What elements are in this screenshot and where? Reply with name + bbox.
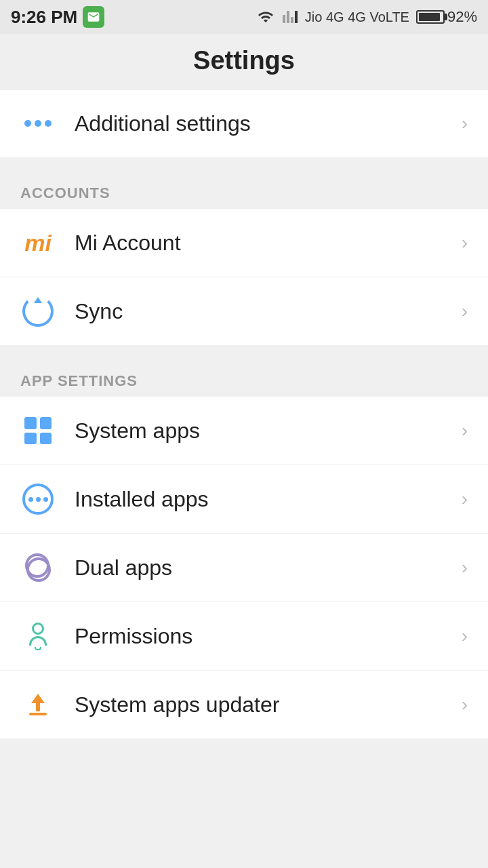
battery-area: 92%	[416, 8, 477, 26]
battery-percent: 92%	[447, 8, 477, 26]
installed-apps-row[interactable]: Installed apps ›	[0, 465, 488, 534]
status-icons: Jio 4G 4G VoLTE 92%	[256, 8, 477, 26]
divider-app-settings	[0, 345, 488, 357]
battery-bar	[416, 10, 445, 24]
sync-row[interactable]: Sync ›	[0, 277, 488, 345]
dual-apps-icon-container	[20, 550, 56, 585]
sync-icon-container	[20, 294, 56, 329]
installed-apps-chevron: ›	[462, 488, 468, 510]
status-bar: 9:26 PM Jio 4G 4G VoLTE 92%	[0, 0, 488, 34]
mi-account-label: Mi Account	[75, 231, 462, 256]
system-apps-updater-row[interactable]: System apps updater ›	[0, 671, 488, 738]
carrier-text: Jio 4G 4G VoLTE	[305, 9, 409, 25]
dual-apps-chevron: ›	[462, 557, 468, 578]
page-header: Settings	[0, 34, 488, 90]
divider-accounts	[0, 157, 488, 170]
sync-icon	[22, 296, 54, 327]
time-display: 9:26 PM	[11, 7, 77, 28]
dual-apps-row[interactable]: Dual apps ›	[0, 534, 488, 602]
mi-account-icon: mi	[20, 225, 56, 260]
app-settings-group: System apps › Installed apps › Dual apps…	[0, 397, 488, 738]
battery-fill	[419, 13, 440, 21]
permissions-label: Permissions	[75, 624, 462, 649]
app-settings-section-label: APP SETTINGS	[0, 357, 488, 397]
system-apps-row[interactable]: System apps ›	[0, 397, 488, 465]
system-apps-icon-container	[20, 413, 56, 448]
wifi-icon	[256, 9, 275, 25]
sync-label: Sync	[75, 299, 462, 324]
dual-apps-label: Dual apps	[75, 555, 462, 580]
dual-icon	[22, 552, 54, 583]
permissions-row[interactable]: Permissions ›	[0, 602, 488, 671]
accounts-settings-group: mi Mi Account › Sync ›	[0, 209, 488, 345]
dots-icon	[20, 106, 56, 141]
mi-account-row[interactable]: mi Mi Account ›	[0, 209, 488, 277]
permissions-icon-container	[20, 618, 56, 654]
updater-icon	[22, 689, 54, 720]
system-apps-chevron: ›	[462, 420, 468, 441]
additional-settings-label: Additional settings	[75, 111, 462, 136]
signal-icon	[282, 9, 298, 25]
sync-chevron: ›	[462, 300, 468, 322]
system-apps-updater-label: System apps updater	[75, 692, 462, 717]
installed-apps-label: Installed apps	[75, 487, 462, 512]
notification-icon	[83, 6, 104, 28]
additional-settings-chevron: ›	[462, 113, 468, 134]
grid-icon	[24, 417, 52, 444]
accounts-section-label: ACCOUNTS	[0, 170, 488, 209]
page-title: Settings	[0, 46, 488, 75]
system-apps-label: System apps	[75, 418, 462, 443]
top-settings-group: Additional settings ›	[0, 90, 488, 157]
additional-settings-row[interactable]: Additional settings ›	[0, 90, 488, 157]
chat-icon	[22, 484, 54, 515]
installed-apps-icon-container	[20, 481, 56, 517]
system-apps-updater-chevron: ›	[462, 694, 468, 715]
permissions-chevron: ›	[462, 625, 468, 647]
permissions-icon	[22, 620, 54, 652]
mi-account-chevron: ›	[462, 232, 468, 254]
updater-icon-container	[20, 687, 56, 722]
status-time-area: 9:26 PM	[11, 6, 104, 28]
